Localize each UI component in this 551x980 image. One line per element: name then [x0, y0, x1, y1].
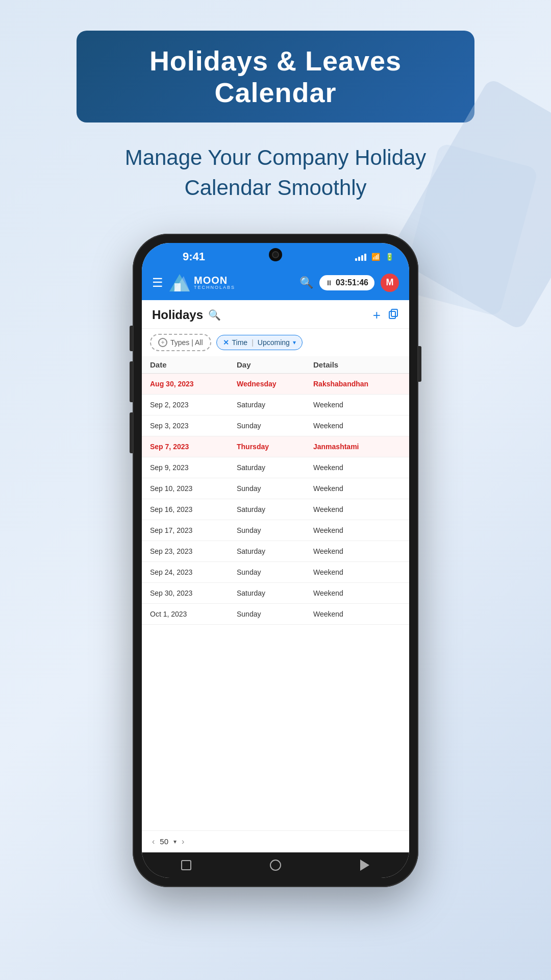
cell-details: Weekend [313, 484, 401, 493]
table-body: Aug 30, 2023WednesdayRakshabandhanSep 2,… [142, 374, 409, 830]
cell-day: Sunday [237, 484, 313, 493]
status-icons: 📶 🔋 [355, 253, 394, 261]
filters-row: + Types | All ✕ Time | Upcoming ▾ [142, 329, 409, 356]
types-filter-label: Types | All [170, 338, 203, 347]
cell-details: Janmashtami [313, 443, 401, 451]
holidays-table: Date Day Details Aug 30, 2023WednesdayRa… [142, 356, 409, 830]
filter-add-icon: + [158, 338, 167, 347]
square-icon [181, 860, 191, 870]
cell-day: Sunday [237, 610, 313, 618]
chevron-down-icon: ▾ [293, 339, 296, 346]
page-search-icon[interactable]: 🔍 [208, 309, 221, 321]
volume-down-button [130, 361, 133, 402]
volume-up-button [130, 326, 133, 351]
col-details-header: Details [313, 360, 401, 369]
table-header: Date Day Details [142, 356, 409, 374]
prev-page-button[interactable]: ‹ [152, 837, 155, 846]
cell-details: Weekend [313, 505, 401, 513]
logo-subtitle: TECHNOLABS [194, 285, 235, 290]
logo-text: MOON TECHNOLABS [194, 275, 235, 290]
filter-clear-icon[interactable]: ✕ [223, 338, 229, 347]
col-date-header: Date [150, 360, 237, 369]
time-filter-label: Time [232, 338, 248, 347]
add-holiday-button[interactable]: + [373, 307, 381, 323]
per-page-dropdown[interactable]: ▾ [173, 838, 177, 845]
cell-day: Sunday [237, 526, 313, 534]
header-banner: Holidays & Leaves Calendar [77, 31, 474, 122]
cell-details: Rakshabandhan [313, 380, 401, 388]
signal-icon [355, 253, 366, 261]
header-left: ☰ MOON TECHNOLABS [152, 274, 235, 291]
cell-details: Weekend [313, 547, 401, 555]
page-header: Holidays 🔍 + [142, 300, 409, 329]
logo: MOON TECHNOLABS [169, 274, 235, 291]
search-icon[interactable]: 🔍 [299, 276, 313, 289]
table-row: Aug 30, 2023WednesdayRakshabandhan [142, 374, 409, 395]
cell-day: Saturday [237, 401, 313, 409]
pause-icon: ⏸ [325, 279, 333, 287]
nav-home-button[interactable] [268, 858, 283, 872]
table-row: Sep 23, 2023SaturdayWeekend [142, 541, 409, 562]
bottom-nav [142, 852, 409, 878]
silent-button [130, 412, 133, 453]
svg-rect-2 [174, 283, 181, 291]
cell-date: Sep 30, 2023 [150, 589, 237, 597]
logo-name: MOON [194, 275, 235, 285]
time-filter-value: Upcoming [258, 338, 290, 347]
cell-details: Weekend [313, 422, 401, 430]
timer-badge[interactable]: ⏸ 03:51:46 [319, 275, 374, 290]
status-time: 9:41 [183, 250, 205, 263]
hamburger-menu-icon[interactable]: ☰ [152, 276, 163, 290]
copy-icon-svg [388, 308, 399, 320]
cell-date: Sep 17, 2023 [150, 526, 237, 534]
cell-day: Wednesday [237, 380, 313, 388]
cell-date: Oct 1, 2023 [150, 610, 237, 618]
table-row: Sep 3, 2023SundayWeekend [142, 415, 409, 436]
phone-frame: 9:41 📶 🔋 ☰ [133, 234, 418, 887]
cell-details: Weekend [313, 401, 401, 409]
page-actions: + [373, 307, 399, 323]
copy-button[interactable] [388, 308, 399, 322]
cell-date: Sep 16, 2023 [150, 505, 237, 513]
triangle-icon [360, 860, 369, 871]
time-filter[interactable]: ✕ Time | Upcoming ▾ [216, 335, 303, 350]
filter-separator: | [252, 338, 254, 347]
cell-date: Sep 3, 2023 [150, 422, 237, 430]
cell-details: Weekend [313, 463, 401, 472]
next-page-button[interactable]: › [182, 837, 184, 846]
cell-date: Sep 7, 2023 [150, 443, 237, 451]
subtitle: Manage Your Company Holiday Calendar Smo… [97, 143, 454, 203]
camera-notch [269, 248, 282, 261]
per-page-count: 50 [160, 837, 168, 846]
cell-day: Sunday [237, 568, 313, 576]
phone-screen: 9:41 📶 🔋 ☰ [142, 243, 409, 878]
table-row: Sep 16, 2023SaturdayWeekend [142, 499, 409, 520]
avatar-letter: M [386, 277, 394, 288]
table-row: Sep 24, 2023SundayWeekend [142, 562, 409, 583]
cell-day: Sunday [237, 422, 313, 430]
nav-back-button[interactable] [358, 858, 372, 872]
power-button [418, 346, 421, 382]
table-row: Sep 10, 2023SundayWeekend [142, 478, 409, 499]
battery-icon: 🔋 [385, 253, 394, 261]
moon-logo-icon [169, 274, 190, 291]
cell-day: Saturday [237, 547, 313, 555]
nav-recents-button[interactable] [179, 858, 193, 872]
cell-day: Saturday [237, 589, 313, 597]
page-title: Holidays [152, 308, 203, 322]
table-row: Sep 17, 2023SundayWeekend [142, 520, 409, 541]
table-row: Sep 7, 2023ThursdayJanmashtami [142, 436, 409, 457]
cell-day: Saturday [237, 505, 313, 513]
table-row: Sep 9, 2023SaturdayWeekend [142, 457, 409, 478]
page-title-row: Holidays 🔍 [152, 308, 221, 322]
timer-value: 03:51:46 [336, 278, 368, 287]
types-filter[interactable]: + Types | All [150, 334, 211, 351]
cell-day: Saturday [237, 463, 313, 472]
cell-date: Sep 24, 2023 [150, 568, 237, 576]
user-avatar[interactable]: M [381, 274, 399, 292]
svg-rect-4 [391, 309, 397, 316]
cell-date: Sep 2, 2023 [150, 401, 237, 409]
cell-details: Weekend [313, 526, 401, 534]
table-row: Sep 2, 2023SaturdayWeekend [142, 395, 409, 415]
cell-details: Weekend [313, 568, 401, 576]
